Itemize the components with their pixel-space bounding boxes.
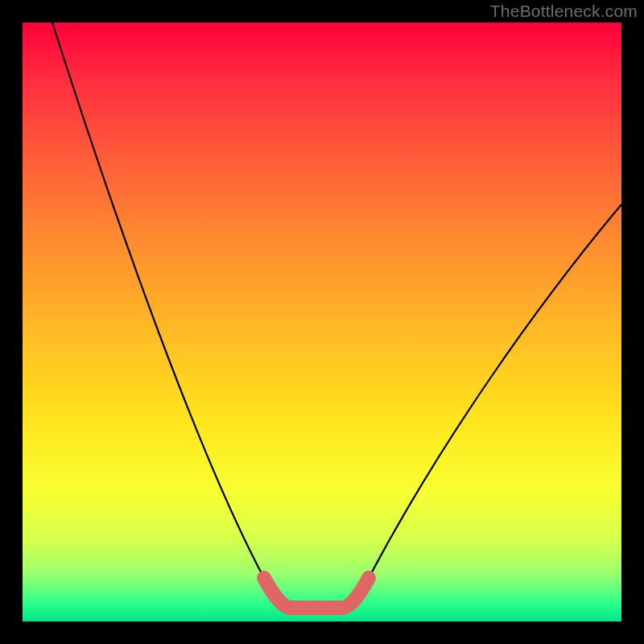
flat-segment-highlight [264,578,369,608]
bottleneck-curve [52,23,621,608]
plot-area [23,23,621,621]
chart-frame: TheBottleneck.com [0,0,644,644]
watermark-text: TheBottleneck.com [490,2,638,21]
chart-svg [23,23,621,621]
